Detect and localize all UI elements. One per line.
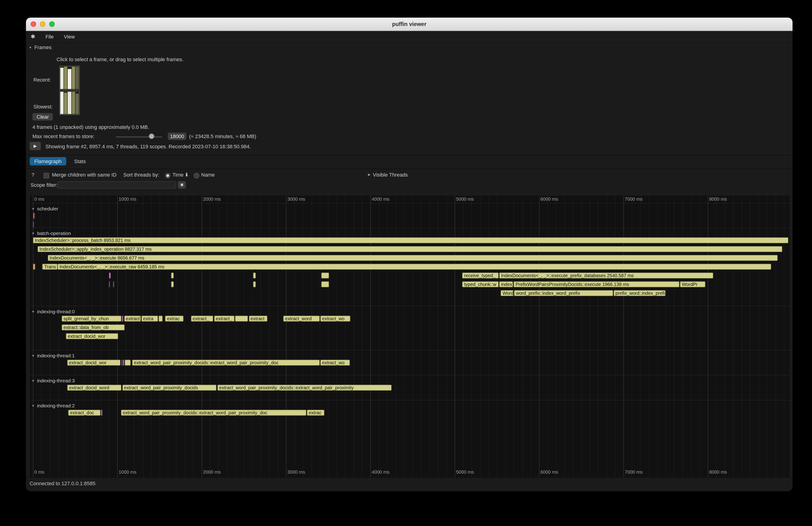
frame-thumbnail-bar[interactable] [72,92,75,114]
frames-section-header[interactable]: ▼ Frames [29,44,52,50]
scope-bar[interactable] [171,281,174,287]
scope-bar[interactable]: IndexDocuments<_, _>::execute_raw 8459.1… [58,264,771,270]
max-frames-value[interactable]: 18000 [168,133,186,140]
max-frames-slider-knob[interactable] [149,133,154,139]
frame-thumbnail-bar[interactable] [64,93,67,114]
flamegraph-canvas[interactable]: 0 ms0 ms1000 ms1000 ms2000 ms2000 ms3000… [30,195,790,477]
thread-header[interactable]: ▼indexing-thread:0 [31,309,75,314]
thread-header[interactable]: ▼scheduler [31,206,58,211]
scope-bar[interactable]: WordPr [680,281,705,287]
scope-bar[interactable] [253,281,256,287]
scope-bar[interactable]: extract_docid_wor [66,333,118,339]
scope-bar[interactable]: IndexScheduler>::process_batch 8953.821 … [33,237,788,243]
scope-bar[interactable]: split_grenad_by_chun [62,316,121,322]
sort-time-label[interactable]: Time [172,172,184,177]
close-window-button[interactable] [31,21,36,27]
thread-header[interactable]: ▼indexing-thread:3 [31,378,75,383]
scope-bar[interactable] [171,273,174,279]
frame-thumbnail-bar[interactable] [75,67,79,89]
scope-bar-label: extrac [166,316,179,321]
minimize-window-button[interactable] [40,21,45,27]
scope-bar[interactable] [122,316,124,322]
scope-bar[interactable]: extract_doc [68,410,100,416]
scope-bar[interactable]: extract_word_pair_proximity_docids::extr… [217,385,392,391]
tab-stats[interactable]: Stats [70,157,90,165]
frame-thumbnail-bar[interactable] [72,67,75,89]
frame-thumbnail-bar[interactable] [68,69,71,89]
visible-threads-toggle[interactable]: ▶ Visible Threads [368,172,408,177]
frame-thumbnail-bar[interactable] [60,92,63,114]
radio-sort-time[interactable] [165,173,171,178]
scope-bar[interactable]: IndexDocuments<_, _>::execute_prefix_dat… [499,273,713,279]
scope-bar[interactable]: extract_ [214,316,234,322]
scope-bar[interactable] [123,360,124,366]
scope-bar[interactable]: extrac [165,316,184,322]
scope-bar[interactable] [121,360,122,366]
scope-bar[interactable] [33,213,34,219]
scope-bar[interactable] [253,273,256,279]
scope-bar[interactable] [33,264,35,270]
slowest-frames-thumbnail[interactable] [59,91,80,115]
merge-children-label[interactable]: Merge children with same ID [52,172,117,177]
title-bar[interactable]: puffin viewer [26,18,793,31]
scope-bar[interactable] [125,360,131,366]
scope-bar[interactable]: PrefixWordPairsProximityDocids::execute … [514,281,680,287]
radio-sort-name[interactable] [194,173,199,178]
scope-bar[interactable]: IndexScheduler>::apply_index_operation 8… [38,246,782,252]
scope-bar[interactable]: Trans [42,264,57,270]
scope-bar[interactable]: extract [249,316,268,322]
merge-children-checkbox[interactable] [44,173,49,178]
scope-bar[interactable]: extract_word_pair_proximity_docids [122,385,216,391]
scope-bar[interactable]: extract_wo [320,316,350,322]
scope-filter-input[interactable] [57,181,176,189]
thread-header[interactable]: ▼batch-operation [31,230,71,236]
scope-bar[interactable] [321,273,329,279]
max-frames-slider[interactable] [116,136,162,138]
menu-view[interactable]: View [64,34,75,39]
tab-flamegraph[interactable]: Flamegraph [30,157,66,165]
frame-thumbnail-bar[interactable] [75,93,79,114]
scope-bar[interactable]: Word [501,290,513,296]
scope-bar[interactable]: extract_word_pair_proximity_docids::extr… [121,410,306,416]
scope-bar[interactable]: extract [124,316,141,322]
fullscreen-window-button[interactable] [49,21,55,27]
scope-bar[interactable]: extract_ [191,316,214,322]
scope-bar[interactable] [159,316,163,322]
scope-bar[interactable]: extract_docid_word [67,385,121,391]
clear-filter-button[interactable]: ✖ [178,181,186,189]
scope-bar[interactable]: receive_typed_ [462,273,499,279]
scope-bar[interactable] [113,281,114,287]
scope-bar[interactable]: extract_docid_wor [67,360,120,366]
scope-bar[interactable]: extrac [307,410,324,416]
scope-bar[interactable]: extract_wo [320,360,350,366]
scope-bar[interactable] [33,221,34,228]
scope-bar[interactable]: extra [141,316,158,322]
scope-bar[interactable]: IndexDocuments<_, _>::execute 8656.677 m… [48,255,778,261]
menu-file[interactable]: File [45,34,54,39]
frame-thumbnail-bar[interactable] [64,67,67,89]
scope-bar[interactable]: index [499,281,513,287]
scope-bar[interactable] [101,410,102,416]
scope-bar[interactable]: word_prefix::index_word_prefix [514,290,613,296]
frame-thumbnail-bar[interactable] [68,92,71,114]
frame-thumbnail-bar[interactable] [60,68,63,89]
sort-name-label[interactable]: Name [201,172,215,177]
scope-bar[interactable]: prefix_word::index_prefix_wo [614,290,666,296]
scope-bar[interactable]: extract_word_pair_proximity_docids::extr… [132,360,320,366]
thread-header[interactable]: ▼indexing-thread:2 [31,403,75,408]
scope-bar-label: prefix_word::index_prefix_wo [614,291,666,296]
scope-bar[interactable]: extract::data_from_ob [62,324,125,331]
scope-bar[interactable] [321,281,329,287]
scope-bar[interactable] [109,273,111,279]
clear-frames-button[interactable]: Clear [32,113,53,120]
help-button[interactable]: ? [31,172,34,177]
scope-bar[interactable] [109,281,110,287]
play-button[interactable]: ▶ [30,142,41,150]
thread-header[interactable]: ▼indexing-thread:1 [31,353,75,358]
scope-bar[interactable] [235,316,248,322]
scope-bar[interactable]: typed_chunk::w [462,281,499,287]
sort-direction-icon[interactable]: ⬇ [185,172,189,178]
scope-bar[interactable]: extract_word [283,316,320,322]
theme-toggle-icon[interactable]: ✱ [31,33,35,40]
recent-frames-thumbnail[interactable] [59,66,80,90]
